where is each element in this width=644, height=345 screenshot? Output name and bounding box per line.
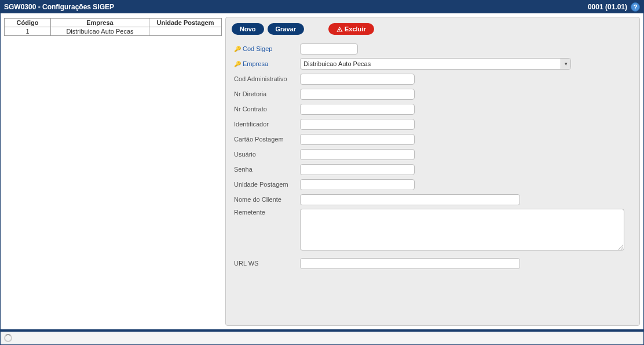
senha-label: Senha (232, 166, 300, 173)
unidade-label: Unidade Postagem (232, 181, 300, 188)
col-codigo[interactable]: Código (5, 19, 51, 27)
nr-contrato-label: Nr Contrato (232, 106, 300, 112)
excluir-button[interactable]: Excluir (328, 23, 374, 35)
key-icon: 🔑 (234, 46, 241, 52)
url-input[interactable] (300, 258, 520, 269)
empresa-label: 🔑 Empresa (232, 60, 300, 67)
cell-empresa: Distribuicao Auto Pecas (51, 27, 149, 36)
window-code: 0001 (01.01) (588, 3, 627, 11)
left-panel: Código Empresa Unidade Postagem 1 Distri… (1, 13, 225, 329)
unidade-input[interactable] (300, 179, 415, 190)
toolbar: Novo Gravar Excluir (232, 23, 634, 35)
cod-admin-input[interactable] (300, 74, 415, 85)
cod-sigep-input[interactable] (300, 43, 358, 55)
titlebar: SGW0300 - Configurações SIGEP 0001 (01.0… (1, 1, 643, 13)
cell-unidade (149, 27, 222, 36)
help-icon[interactable]: ? (631, 2, 640, 12)
nr-diretoria-input[interactable] (300, 89, 415, 100)
cod-sigep-label: 🔑 Cod Sigep (232, 45, 300, 52)
cartao-input[interactable] (300, 134, 415, 145)
usuario-label: Usuário (232, 151, 300, 158)
spinner-icon (4, 334, 12, 342)
remetente-textarea[interactable] (300, 209, 624, 250)
empresa-select-value: Distribuicao Auto Pecas (301, 60, 561, 67)
remetente-label: Remetente (232, 209, 300, 216)
statusbar (1, 329, 643, 344)
col-empresa[interactable]: Empresa (51, 19, 149, 27)
col-unidade[interactable]: Unidade Postagem (149, 19, 222, 27)
identificador-input[interactable] (300, 119, 415, 130)
nome-cliente-label: Nome do Cliente (232, 196, 300, 203)
window-title: SGW0300 - Configurações SIGEP (4, 3, 114, 11)
chevron-down-icon[interactable]: ▾ (561, 59, 570, 69)
form-panel: Novo Gravar Excluir 🔑 Cod Sigep (225, 17, 640, 326)
data-grid[interactable]: Código Empresa Unidade Postagem 1 Distri… (4, 18, 222, 36)
nr-contrato-input[interactable] (300, 104, 415, 115)
novo-button[interactable]: Novo (232, 23, 264, 35)
content: Código Empresa Unidade Postagem 1 Distri… (1, 13, 643, 329)
window: SGW0300 - Configurações SIGEP 0001 (01.0… (0, 0, 644, 345)
senha-input[interactable] (300, 164, 415, 175)
gravar-button[interactable]: Gravar (268, 23, 304, 35)
key-icon: 🔑 (234, 61, 241, 67)
nr-diretoria-label: Nr Diretoria (232, 90, 300, 97)
url-label: URL WS (232, 260, 300, 267)
warning-icon (336, 26, 343, 32)
cod-admin-label: Cod Administrativo (232, 75, 300, 82)
usuario-input[interactable] (300, 149, 415, 160)
cell-codigo: 1 (5, 27, 51, 36)
nome-cliente-input[interactable] (300, 194, 520, 205)
table-row[interactable]: 1 Distribuicao Auto Pecas (5, 27, 222, 36)
identificador-label: Identificador (232, 121, 300, 128)
empresa-select[interactable]: Distribuicao Auto Pecas ▾ (300, 58, 571, 70)
cartao-label: Cartão Postagem (232, 136, 300, 143)
excluir-label: Excluir (345, 26, 366, 32)
